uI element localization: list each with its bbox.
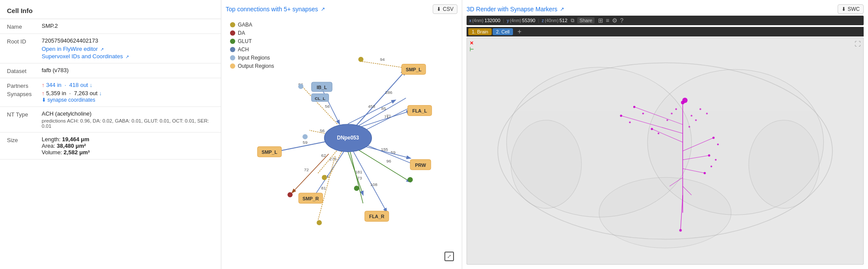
connections-external-icon: ↗: [321, 6, 325, 12]
x-value[interactable]: 132000: [484, 18, 500, 23]
render-title-text: 3D Render with Synapse Markers: [467, 6, 557, 13]
brain-lobe-lower: [599, 177, 731, 248]
name-value: SMP.2: [42, 23, 214, 29]
supervoxel-link[interactable]: Supervoxel IDs and Coordinates ↗: [42, 53, 129, 60]
cll-label: CL_L: [315, 96, 326, 101]
render-external-icon: ↗: [560, 6, 564, 12]
input-regions-label: Input Regions: [238, 55, 270, 61]
fullscreen-icon[interactable]: ⛶: [855, 40, 861, 47]
dataset-value: fafb (v783): [42, 67, 214, 73]
download-swc-icon: ⬇: [842, 6, 846, 12]
synapse-dot-9: [658, 133, 659, 134]
edge-label-85: 85: [381, 106, 386, 111]
synapse-dot-10: [717, 143, 719, 145]
edge-label-flar: 108: [370, 182, 378, 187]
z-value[interactable]: 512: [559, 18, 567, 23]
swc-button[interactable]: ⬇ SWC: [838, 4, 864, 14]
help-icon[interactable]: ?: [620, 17, 624, 24]
settings-icon[interactable]: ⚙: [612, 17, 618, 24]
synapse-dot-5: [708, 154, 710, 156]
connections-panel: Top connections with 5+ synapses ↗ ⬇ CSV…: [221, 0, 462, 269]
size-length-val: 19,464 μm: [62, 136, 89, 143]
share-button[interactable]: Share: [577, 17, 594, 23]
synapse-dot-6: [704, 172, 706, 174]
input-dot-4: [322, 175, 327, 180]
partners-counts: ↑ 344 in · 418 out ↓: [42, 82, 92, 88]
brain-tab-label: Brain: [477, 29, 488, 34]
x-axis-indicator: ✕: [470, 40, 474, 46]
partners-label: Partners: [7, 82, 42, 89]
cell-layer-tab[interactable]: 2. Cell: [493, 28, 513, 35]
flywire-link[interactable]: Open in FlyWire editor ↗: [42, 46, 104, 52]
expand-button[interactable]: ⤢: [444, 252, 454, 261]
synapse-in: 5,359 in: [46, 90, 66, 96]
size-volume-val: 2,582 μm³: [64, 149, 90, 156]
brain-layer-tab[interactable]: 1. Brain: [468, 28, 492, 35]
smpr-label: SMP_R: [302, 196, 319, 201]
z-unit: (40nm): [545, 18, 559, 23]
edge-label-458: 458: [368, 104, 375, 109]
csv-button[interactable]: ⬇ CSV: [433, 4, 457, 14]
connections-title-group: Top connections with 5+ synapses ↗: [226, 6, 325, 13]
flal-label: FLA_L: [412, 108, 427, 113]
input-dot-8: [408, 177, 413, 183]
synapse-scatter-2: [706, 113, 708, 114]
graph-area: GABA DA GLUT ACH Input Regions Output Re…: [226, 17, 457, 265]
brain-lobe-far-right: [749, 120, 819, 208]
legend-output-regions: Output Regions: [230, 63, 274, 69]
brain-tab-num: 1.: [472, 29, 476, 34]
edge-label-72: 72: [304, 167, 309, 172]
layers-icon[interactable]: ⊞: [598, 17, 603, 24]
synapses-label: Synapses: [7, 90, 42, 97]
synapse-dot-7: [642, 113, 644, 114]
layer-tabs: 1. Brain 2. Cell +: [467, 27, 864, 37]
synapse-dot-12: [710, 166, 712, 167]
ibl-label: IB_L: [317, 85, 327, 90]
svg-line-7: [362, 62, 406, 68]
nttype-value: ACH (acetylcholine) predictions ACH: 0.9…: [42, 110, 214, 129]
edge-label-81: 81: [321, 186, 326, 190]
synapse-out: 7,263 out: [74, 90, 97, 96]
soma: [682, 98, 687, 103]
swc-label: SWC: [848, 6, 860, 12]
size-length: Length: 19,464 μm: [42, 136, 214, 143]
y-value[interactable]: 55390: [522, 18, 536, 23]
synapse-scatter-3: [690, 115, 692, 116]
add-layer-btn[interactable]: +: [517, 28, 521, 36]
name-label: Name: [7, 23, 42, 30]
smpl-top-label: SMP_L: [406, 67, 422, 72]
rootid-number: 720575940624402173: [42, 37, 214, 44]
render-title-group: 3D Render with Synapse Markers ↗: [467, 6, 564, 13]
da-dot: [230, 30, 235, 36]
legend-ach: ACH: [230, 46, 274, 53]
copy-icon[interactable]: ⧉: [571, 17, 575, 23]
partners-value: ↑ 344 in · 418 out ↓: [42, 82, 214, 88]
y-coord-group: y (4nm) 55390: [507, 18, 536, 23]
synapse-scatter-6: [667, 119, 668, 121]
legend-gaba: GABA: [230, 22, 274, 28]
synapse-download-link[interactable]: ⬇ synapse coordinates: [42, 97, 95, 103]
ng-toolbar: x (4nm) 132000 | y (4nm) 55390 | z (40nm…: [467, 16, 864, 25]
z-coord-group: z (40nm) 512: [542, 18, 567, 23]
legend-da: DA: [230, 30, 274, 36]
gaba-dot: [230, 22, 235, 27]
arrow-up-icon: ↑: [42, 82, 45, 88]
edge-label-155: 155: [381, 147, 388, 152]
brain-render-svg: [467, 38, 863, 264]
synapse-scatter-4: [695, 119, 697, 121]
size-volume: Volume: 2,582 μm³: [42, 149, 214, 156]
edge-label-94: 94: [380, 57, 385, 62]
edge-label-smpl-top: 286: [385, 90, 393, 95]
connections-title: Top connections with 5+ synapses: [226, 6, 318, 13]
render-panel: 3D Render with Synapse Markers ↗ ⬇ SWC x…: [462, 0, 868, 269]
synapse-dot-4: [713, 137, 715, 139]
edge-label-71: 71: [384, 114, 389, 119]
graph-legend: GABA DA GLUT ACH Input Regions Output Re…: [230, 22, 274, 69]
x-unit: (4nm): [472, 18, 483, 23]
arrow-down-icon: ↓: [90, 82, 93, 88]
rootid-label: Root ID: [7, 37, 42, 45]
menu-icon[interactable]: ≡: [606, 17, 609, 24]
synapse-down-icon: ↓: [99, 90, 102, 96]
edge-label-73: 73: [357, 176, 362, 181]
name-row: Name SMP.2: [0, 19, 221, 34]
